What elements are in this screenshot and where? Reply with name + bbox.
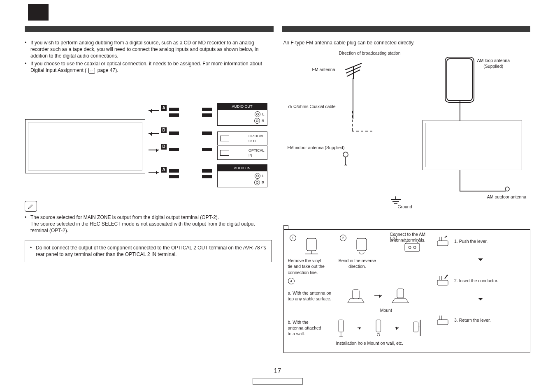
section-bar-left [25,26,274,32]
cable-tag-d-top: D [161,127,167,133]
label-am-loop: AM loop antenna (Supplied) [477,58,510,69]
am-loop-icon [446,58,473,101]
note-icon [25,201,37,212]
lever-icon-3 [435,314,450,327]
assembly-right: 1. Push the lever. 2. Insert the conduct… [431,230,530,353]
step-1-figure [299,235,324,256]
rca-jack-icon [255,111,260,117]
svg-point-11 [505,187,509,191]
rca-jack-icon [254,180,260,185]
svg-rect-18 [353,290,359,299]
svg-rect-15 [405,243,420,251]
rca-plug-pair-out-right [202,108,212,117]
down-arrow-icon [478,298,483,303]
lever-step-2: 2. Insert the conductor. [454,278,498,284]
label-am-loop-text: AM loop antenna [477,58,510,63]
label-supplied-1: (Supplied) [483,64,503,69]
header-black-tab [28,4,49,21]
arrow-from-receiver-audio-in [149,172,159,173]
port-audio-out-title: AUDIO OUT [218,103,267,110]
bullet-assignment: If you choose to use the coaxial or opti… [25,60,272,74]
channel-r: R [262,118,265,123]
port-optical-in-label-1: OPTICAL [248,148,265,152]
step-2-number: 2 [340,235,346,241]
rca-plug-pair-out [169,108,179,117]
channel-r: R [262,180,265,185]
down-arrow-icon [478,258,483,263]
lever-step-1: 1. Push the lever. [454,238,488,244]
arrow-icon [395,327,399,328]
svg-point-24 [377,333,380,336]
page-number-box [253,378,303,385]
note-main-zone-line2: The source selected in the REC SELECT mo… [30,221,272,234]
arrow-icon [374,295,382,296]
ground-icon [390,196,402,205]
arrow-to-receiver-optical-out [149,133,159,134]
port-optical-out-label-2: OUT [248,139,256,143]
svg-rect-29 [437,280,448,285]
am-outdoor-lead-h [460,191,506,191]
step-3-text: Connect to the AM antenna terminals. [389,231,427,243]
optical-plug-out-right [202,131,212,135]
am-loop-assembly-box: 1 Remove the vinyl tie and take out the … [283,229,531,353]
coax-to-receiver [352,131,372,131]
caution-text: Do not connect the output of the compone… [30,244,267,258]
fm-indoor-icon [341,151,350,166]
left-column: If you wish to perform analog dubbing fr… [25,39,272,353]
step-b-figure-1 [330,317,352,339]
svg-rect-28 [437,241,448,246]
optical-jack-icon [220,150,229,156]
port-optical-in: OPTICAL IN [217,146,267,160]
antenna-diagram: Direction of broadcasting station FM ant… [283,50,531,227]
label-am-outdoor: AM outdoor antenna [487,194,526,200]
receiver-rear-mini [423,120,522,170]
port-audio-in-title: AUDIO IN [218,165,267,171]
fm-antenna-icon [341,62,366,80]
pencil-notes: The source selected for MAIN ZONE is out… [25,214,272,234]
right-column: An F-type FM antenna cable plug can be c… [283,39,531,353]
lever-icon-1 [435,235,450,248]
rca-plug-pair-in [169,169,179,178]
arrow-icon [358,327,361,328]
arrow-to-receiver-audio-out [149,110,159,111]
receiver-rear-panel [25,119,145,173]
svg-rect-14 [357,238,367,251]
svg-point-16 [409,246,411,249]
step-1-number: 1 [290,235,296,241]
step-a-figure-2 [388,285,413,307]
intro-bullets: If you wish to perform analog dubbing fr… [25,39,272,74]
install-label: Installation hole Mount on wall, etc. [313,340,427,346]
arrow-from-receiver-optical-in [149,150,159,150]
optical-jack-icon [220,136,229,141]
label-direction: Direction of broadcasting station [316,50,423,56]
cable-tag-a-top: A [161,105,167,111]
port-optical-out: OPTICAL OUT [217,131,267,145]
optical-plug-in [169,148,179,151]
antenna-intro: An F-type FM antenna cable plug can be c… [283,39,531,46]
channel-l: L [262,173,264,178]
am-loop-lead [460,100,460,121]
lever-icon-2 [435,274,450,287]
note-main-zone: The source selected for MAIN ZONE is out… [25,214,272,234]
label-fm-antenna: FM antenna [312,67,335,72]
step-4-number: 4 [288,278,295,284]
port-audio-in: AUDIO IN L R [217,164,267,187]
mount-label: Mount [346,307,427,313]
label-fm-indoor: FM indoor antenna (Supplied) [288,145,345,150]
outdoor-terminal-icon [504,186,511,192]
coax-dashed [352,111,353,131]
svg-rect-23 [376,320,381,332]
bullet-assignment-text: If you choose to use the coaxial or opti… [30,61,262,73]
svg-rect-26 [413,322,418,332]
svg-rect-19 [397,289,404,298]
step-b-text: b. With the antenna attached to a wall. [288,319,324,337]
assembly-row-1: 1 Remove the vinyl tie and take out the … [288,235,427,275]
note-main-zone-line1: The source selected for MAIN ZONE is out… [30,214,219,220]
step-2-text: Bend in the reverse direction. [338,258,376,269]
step-b-figure-2 [367,317,389,339]
section-bar-right [282,26,531,32]
connection-diagram: A D D A AUDIO OUT L R [25,86,272,194]
port-audio-out: AUDIO OUT L R [217,103,267,126]
am-outdoor-lead-v [460,170,460,191]
assembly-left: 1 Remove the vinyl tie and take out the … [284,230,432,353]
